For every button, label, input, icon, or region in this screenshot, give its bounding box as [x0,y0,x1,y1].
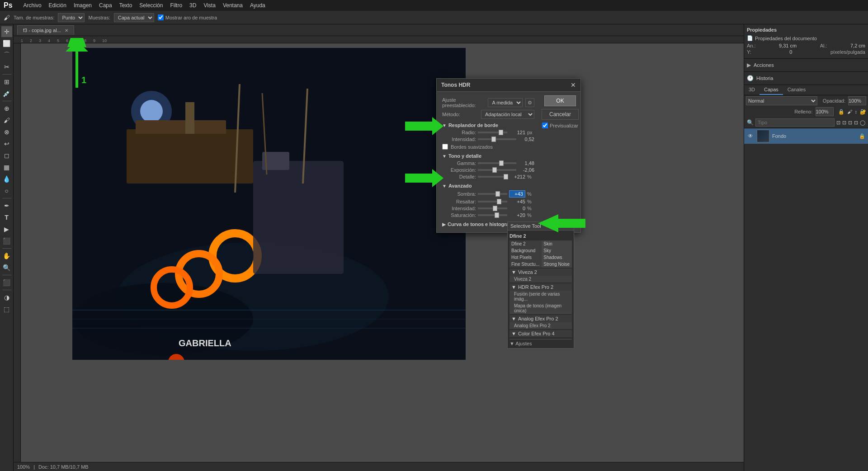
selective-row-3[interactable]: Fine Structu... Strong Noise [509,261,572,268]
exposure-slider-track[interactable] [478,169,516,171]
menu-filtro[interactable]: Filtro [170,2,182,9]
blur-tool[interactable]: 💧 [1,174,12,184]
screen-mode-tool[interactable]: ⬚ [1,304,12,315]
lasso-tool[interactable]: ⌒ [1,50,12,61]
radio-slider-thumb[interactable] [499,130,503,135]
gradient-tool[interactable]: ▦ [1,162,12,173]
ok-button[interactable]: OK [544,95,576,106]
section-borde-title[interactable]: ▼ Resplandor de borde [442,122,534,128]
viveza2-group-header[interactable]: ▼ Viveza 2 [509,268,572,276]
radio-slider-track[interactable] [478,132,507,133]
preset-settings-button[interactable]: ⚙ [525,98,534,107]
intensity2-slider-track[interactable] [478,207,507,209]
shadow-slider-thumb[interactable] [495,191,500,197]
crop-tool[interactable]: ⊞ [1,76,12,87]
filter-toggle[interactable]: ◯ [860,120,865,126]
selective-minimize-button[interactable]: — [561,224,566,229]
shadow-slider-track[interactable] [478,193,507,195]
filter-4-icon[interactable]: ⊡ [854,120,858,126]
lock-all-icon[interactable]: 🔐 [860,109,866,115]
saturation-slider-thumb[interactable] [495,212,499,218]
eyedropper-tool[interactable]: 💉 [1,88,12,99]
detail-slider-thumb[interactable] [504,174,508,179]
selective-row-0[interactable]: Dfine 2 Skin [509,240,572,247]
menu-vista[interactable]: Vista [203,2,215,9]
menu-edicion[interactable]: Edición [49,2,66,9]
method-select[interactable]: Adaptación local [481,110,534,119]
analog-efex-item-0[interactable]: Analog Efex Pro 2 [509,322,572,329]
cancel-button[interactable]: Cancelar [542,109,579,120]
menu-seleccion[interactable]: Selección [139,2,163,9]
fill-input[interactable] [816,107,834,116]
canvas-tab[interactable]: f3 - copia.jpg al... ✕ [17,25,74,35]
set-colors-tool[interactable]: ⬛ [1,277,12,288]
move-tool[interactable]: ✛ [1,26,12,37]
brush-tool[interactable]: 🖌 [1,115,12,126]
hdr-efex-group-header[interactable]: ▼ HDR Efex Pro 2 [509,283,572,291]
lock-transparent-icon[interactable]: 🔒 [838,109,844,115]
menu-capa[interactable]: Capa [99,2,112,9]
tab-close-icon[interactable]: ✕ [65,28,68,33]
detail-slider-track[interactable] [478,176,507,178]
exposure-slider-thumb[interactable] [492,167,497,173]
clone-tool[interactable]: ⊗ [1,127,12,137]
layer-search-input[interactable] [755,118,835,127]
viveza2-item-0[interactable]: Viveza 2 [509,276,572,283]
menu-texto[interactable]: Texto [119,2,132,9]
layer-row-fondo[interactable]: 👁 Fondo 🔒 [744,128,868,144]
dodge-tool[interactable]: ○ [1,185,12,196]
filter-icon[interactable]: ⊡ [836,120,840,126]
quick-select-tool[interactable]: ✂ [1,61,12,72]
color-efex-group-header[interactable]: ▼ Color Efex Pro 4 [509,330,572,337]
pen-tool[interactable]: ✒ [1,200,12,211]
zoom-tool[interactable]: 🔍 [1,262,12,273]
size-select[interactable]: Punto [58,13,85,22]
hdr-efex-item-1[interactable]: Mapa de tonos (imagen única) [509,302,572,314]
mask-mode-tool[interactable]: ◑ [1,292,12,303]
intensity-slider-thumb[interactable] [491,137,496,142]
menu-ayuda[interactable]: Ayuda [250,2,265,9]
section-advanced-title[interactable]: ▼ Avanzado [442,183,534,188]
selective-close-button[interactable]: ✕ [567,224,571,229]
filter-3-icon[interactable]: ⊡ [848,120,852,126]
selective-row-1[interactable]: Background Sky [509,247,572,254]
tonos-hdr-dialog[interactable]: Tonos HDR ✕ Ajuste preestablecido: A med… [436,78,581,233]
smooth-edges-checkbox[interactable] [442,144,448,150]
highlight-slider-track[interactable] [478,201,507,203]
preview-checkbox[interactable] [542,122,548,128]
blend-mode-select[interactable]: Normal [746,96,817,105]
gamma-slider-track[interactable] [478,162,516,164]
path-select-tool[interactable]: ▶ [1,224,12,235]
gamma-slider-thumb[interactable] [499,160,504,166]
hdr-efex-item-0[interactable]: Fusión (serie de varias imág... [509,291,572,302]
menu-archivo[interactable]: Archivo [24,2,42,9]
filter-2-icon[interactable]: ⊡ [842,120,846,126]
dialog-header[interactable]: Tonos HDR ✕ [437,79,580,92]
muestra-select[interactable]: Capa actual [114,13,154,22]
saturation-slider-track[interactable] [478,214,507,216]
show-ring-checkbox[interactable] [158,14,164,20]
preset-select[interactable]: A medida [488,98,523,107]
text-tool[interactable]: T [1,212,12,223]
history-brush-tool[interactable]: ↩ [1,138,12,149]
layer-visibility-icon[interactable]: 👁 [747,133,754,139]
selection-tool[interactable]: ⬜ [1,38,12,49]
opacity-input[interactable] [848,96,866,105]
section-tone-title[interactable]: ▼ Tono y detalle [442,153,534,159]
tab-3d[interactable]: 3D [744,85,760,95]
menu-3d[interactable]: 3D [189,2,196,9]
shape-tool[interactable]: ⬛ [1,236,12,246]
menu-ventana[interactable]: Ventana [223,2,243,9]
hand-tool[interactable]: ✋ [1,250,12,261]
selective-row-2[interactable]: Hot Pixels Shadows [509,254,572,261]
tab-canales[interactable]: Canales [783,85,810,95]
lock-position-icon[interactable]: ↕ [855,109,858,114]
lock-image-icon[interactable]: 🖌 [847,109,852,114]
intensity2-slider-thumb[interactable] [493,206,497,211]
highlight-slider-thumb[interactable] [497,199,501,204]
menu-imagen[interactable]: Imagen [74,2,92,9]
heal-tool[interactable]: ⊕ [1,103,12,114]
eraser-tool[interactable]: ◻ [1,150,12,161]
dialog-close-button[interactable]: ✕ [571,81,576,89]
intensity-slider-track[interactable] [478,138,516,140]
